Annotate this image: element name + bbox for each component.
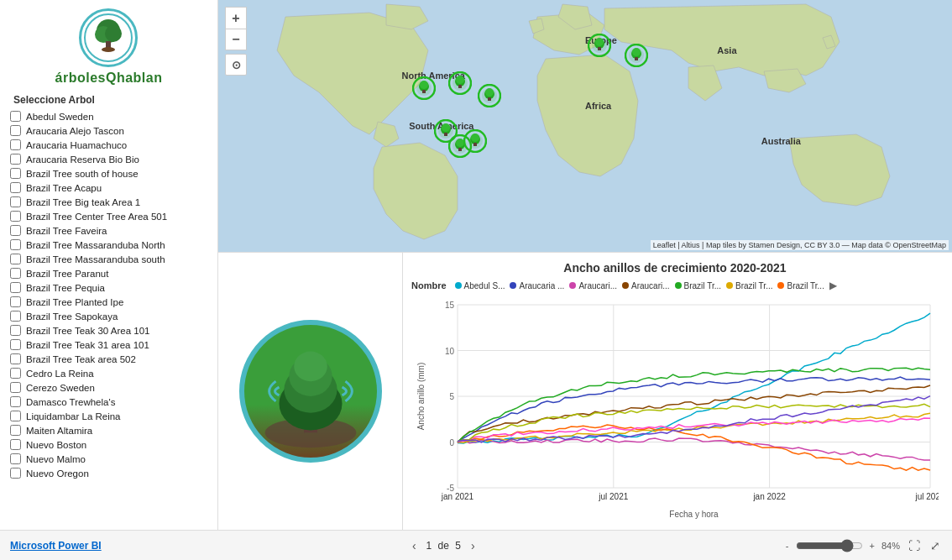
tree-checkbox[interactable] — [10, 396, 21, 407]
tree-label: Maiten Altamira — [26, 426, 92, 436]
tree-checkbox[interactable] — [10, 311, 21, 322]
prev-page-button[interactable]: ‹ — [409, 539, 420, 552]
tree-list-item[interactable]: Nuevo Malmo — [10, 452, 211, 466]
tree-list-item[interactable]: Nuevo Boston — [10, 437, 211, 452]
chart-svg-container: -5051015jan 2021jul 2021jan 2022jul 2022… — [411, 296, 939, 521]
sidebar-section-title: Seleccione Arbol — [0, 94, 95, 106]
chart-title: Ancho anillos de crecimiento 2020-2021 — [411, 261, 939, 275]
tree-list-item[interactable]: Brazil Tree Teak area 502 — [10, 352, 211, 366]
tree-label: Nuevo Oregon — [26, 468, 89, 479]
tree-list-item[interactable]: Brazil Tree Acapu — [10, 181, 211, 195]
tree-label: Brazil Tree Massaranduba North — [26, 240, 165, 250]
tree-list-item[interactable]: Brazil Tree Massaranduba south — [10, 252, 211, 266]
tree-label: Brazil Tree Paranut — [26, 269, 108, 279]
tree-list-item[interactable]: Liquidambar La Reina — [10, 409, 211, 423]
tree-list-item[interactable]: Araucaria Reserva Bio Bio — [10, 152, 211, 166]
zoom-slider[interactable] — [796, 539, 863, 552]
legend-name: Araucaria ... — [519, 281, 564, 290]
chart-line — [458, 438, 930, 460]
tree-checkbox[interactable] — [10, 325, 21, 336]
legend-dot — [622, 282, 629, 289]
legend-dot — [569, 282, 576, 289]
chart-legend-label: Nombre — [411, 280, 447, 290]
tree-checkbox[interactable] — [10, 111, 21, 122]
tree-list-item[interactable]: Brazil Tree Teak 31 area 101 — [10, 338, 211, 352]
tree-list-item[interactable]: Brazil Tree Center Tree Area 501 — [10, 209, 211, 223]
tree-list-item[interactable]: Brazil Tree Paranut — [10, 266, 211, 280]
bottom-panel: Ancho anillos de crecimiento 2020-2021 N… — [218, 252, 952, 530]
tree-label: Araucaria Reserva Bio Bio — [26, 154, 139, 165]
zoom-out-button[interactable]: − — [225, 29, 247, 50]
tree-checkbox[interactable] — [10, 339, 21, 350]
tree-list-item[interactable]: Brazil Tree Faveira — [10, 223, 211, 238]
tree-checkbox[interactable] — [10, 296, 21, 307]
tree-list-item[interactable]: Abedul Sweden — [10, 109, 211, 123]
tree-checkbox[interactable] — [10, 211, 21, 222]
tree-checkbox[interactable] — [10, 468, 21, 479]
footer: Microsoft Power BI ‹ 1 de 5 › - + 84% ⛶ … — [0, 530, 952, 560]
logo-icon — [83, 13, 133, 63]
tree-checkbox[interactable] — [10, 225, 21, 236]
tree-checkbox[interactable] — [10, 168, 21, 179]
tree-list-item[interactable]: Brazil Tree Sapokaya — [10, 309, 211, 323]
tree-list-item[interactable]: Damasco Trewhela's — [10, 395, 211, 409]
legend-name: Araucari... — [631, 281, 670, 290]
tree-label: Cedro La Reina — [26, 369, 94, 379]
tree-list-item[interactable]: Brazil Tree Teak 30 Area 101 — [10, 323, 211, 338]
tree-label: Brazil Tree Teak area 502 — [26, 354, 136, 364]
tree-checkbox[interactable] — [10, 154, 21, 165]
tree-list-item[interactable]: Nuevo Oregon — [10, 466, 211, 480]
legend-name: Brazil Tr... — [787, 281, 824, 290]
tree-checkbox[interactable] — [10, 196, 21, 207]
tree-list-item[interactable]: Cedro La Reina — [10, 366, 211, 380]
legend-name: Brazil Tr... — [735, 281, 772, 290]
tree-checkbox[interactable] — [10, 282, 21, 293]
tree-list-item[interactable]: Brazil Tree Massaranduba North — [10, 238, 211, 252]
tree-checkbox[interactable] — [10, 239, 21, 250]
tree-checkbox[interactable] — [10, 139, 21, 150]
zoom-level: 84% — [881, 541, 900, 551]
tree-checkbox[interactable] — [10, 182, 21, 193]
legend-more-button[interactable]: ▶ — [829, 280, 837, 291]
tree-list-item[interactable]: Araucaria Huamachuco — [10, 138, 211, 152]
tree-label: Brazil Tree Faveira — [26, 226, 107, 236]
tree-label: Brazil Tree Teak 31 area 101 — [26, 340, 149, 350]
tree-checkbox[interactable] — [10, 439, 21, 450]
tree-checkbox[interactable] — [10, 268, 21, 279]
tree-list-item[interactable]: Brazil Tree Big teak Area 1 — [10, 195, 211, 209]
svg-text:Ancho anillo (mm): Ancho anillo (mm) — [416, 363, 426, 431]
tree-checkbox[interactable] — [10, 125, 21, 136]
legend-dot — [675, 282, 682, 289]
tree-list-item[interactable]: Cerezo Sweden — [10, 380, 211, 395]
tree-list-item[interactable]: Brazil Tree south of house — [10, 166, 211, 181]
page-indicator: 1 de 5 — [426, 540, 461, 552]
tree-list-item[interactable]: Maiten Altamira — [10, 423, 211, 437]
tree-checkbox[interactable] — [10, 368, 21, 379]
fullscreen-button[interactable]: ⤢ — [928, 539, 942, 552]
tree-label: Liquidambar La Reina — [26, 411, 121, 421]
globe-button[interactable]: ⊙ — [225, 54, 247, 76]
zoom-in-button[interactable]: + — [225, 7, 247, 29]
tree-list-item[interactable]: Brazil Tree Pequia — [10, 280, 211, 295]
tree-checkbox[interactable] — [10, 453, 21, 464]
tree-checkbox[interactable] — [10, 411, 21, 421]
footer-right: - + 84% ⛶ ⤢ — [786, 539, 942, 552]
power-bi-link[interactable]: Microsoft Power BI — [10, 540, 102, 552]
tree-label: Damasco Trewhela's — [26, 397, 115, 407]
tree-checkbox[interactable] — [10, 353, 21, 364]
tree-checkbox[interactable] — [10, 382, 21, 393]
next-page-button[interactable]: › — [468, 539, 479, 552]
tree-list-item[interactable]: Araucaria Alejo Tascon — [10, 123, 211, 138]
tree-checkbox[interactable] — [10, 254, 21, 264]
legend-dot — [726, 282, 733, 289]
tree-list-item[interactable]: Brazil Tree Planted Ipe — [10, 295, 211, 309]
page-separator: de — [438, 540, 449, 552]
legend-dot — [455, 282, 462, 289]
fit-page-button[interactable]: ⛶ — [907, 539, 922, 552]
tree-label: Brazil Tree Teak 30 Area 101 — [26, 326, 149, 336]
logo-area: árbolesQhablan — [55, 8, 163, 86]
big-logo-circle — [239, 320, 382, 463]
tree-checkbox[interactable] — [10, 425, 21, 436]
map-attribution: Leaflet | Altius | Map tiles by Stamen D… — [651, 240, 949, 250]
legend-name: Araucari... — [578, 281, 617, 290]
